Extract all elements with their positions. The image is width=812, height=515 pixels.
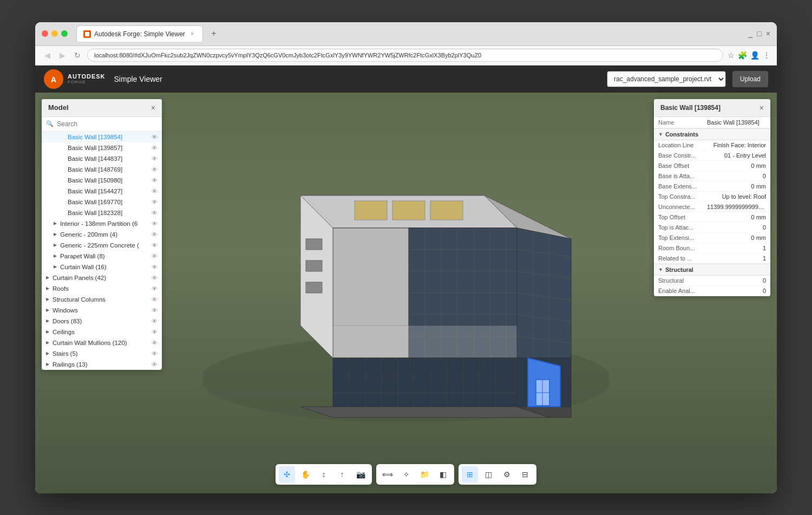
prop-row-key: Top Extensi... [658,234,707,241]
visibility-icon[interactable]: 👁 [152,350,158,357]
tree-item[interactable]: Basic Wall [169770]👁 [42,197,162,207]
tree-arrow: ▶ [46,351,51,356]
active-tab[interactable]: Autodesk Forge: Simple Viewer × [76,25,203,42]
title-bar: Autodesk Forge: Simple Viewer × + ⎯ □ × [35,22,777,46]
toolbar-btn-open[interactable]: 📁 [416,466,433,483]
forward-button[interactable]: ▶ [57,50,68,61]
toolbar-btn-select[interactable]: ✣ [279,466,295,483]
tree-item[interactable]: Basic Wall [182328]👁 [42,207,162,218]
toolbar-bottom: ✣✋↕↑📷 ⟺⟡📁◧ ⊞◫⚙⊟ [276,464,536,485]
visibility-icon[interactable]: 👁 [152,285,158,292]
tree-item-label: Stairs (5) [53,350,149,357]
search-bar: 🔍 [42,117,162,132]
close-button[interactable] [42,30,48,37]
profile-icon[interactable]: 👤 [750,51,759,60]
tree-item[interactable]: Basic Wall [154427]👁 [42,186,162,197]
visibility-icon[interactable]: 👁 [152,275,158,281]
tree-item-label: Curtain Wall (16) [60,264,149,270]
visibility-icon[interactable]: 👁 [152,155,158,162]
tree-item[interactable]: ▶Generic - 225mm Concrete (👁 [42,240,162,251]
tab-close-button[interactable]: × [188,30,196,38]
window-max-btn[interactable]: □ [757,29,761,38]
prop-row-value: 1 [707,255,766,262]
tree-item[interactable]: Basic Wall [150980]👁 [42,175,162,186]
visibility-icon[interactable]: 👁 [152,220,158,227]
minimize-button[interactable] [51,30,58,37]
tree-item-label: Curtain Wall Mullions (120) [53,340,149,346]
tree-item[interactable]: ▶Railings (13)👁 [42,359,162,370]
visibility-icon[interactable]: 👁 [152,296,158,303]
toolbar-btn-orbit[interactable]: ↕ [316,466,332,483]
prop-row: Base Constr...01 - Entry Level [654,151,770,161]
tree-item[interactable]: ▶Curtain Panels (42)👁 [42,272,162,283]
toolbar-btn-split[interactable]: ⊟ [517,466,533,483]
visibility-icon[interactable]: 👁 [152,264,158,270]
upload-button[interactable]: Upload [732,71,768,87]
file-select[interactable]: rac_advanced_sample_project.rvt [607,71,726,87]
tree-arrow: ▶ [46,362,51,367]
tree-item[interactable]: ▶Doors (83)👁 [42,316,162,327]
toolbar-btn-section[interactable]: ◫ [480,466,496,483]
window-close-btn[interactable]: × [766,29,770,38]
tree-item[interactable]: ▶Roofs👁 [42,283,162,294]
prop-section[interactable]: ▼Constraints [654,128,770,140]
prop-row-value: 0 mm [707,234,766,241]
visibility-icon[interactable]: 👁 [152,188,158,194]
maximize-button[interactable] [61,30,68,37]
tree-item-label: Structural Columns [53,296,149,303]
visibility-icon[interactable]: 👁 [152,210,158,216]
toolbar-btn-explode[interactable]: ⟡ [398,466,414,483]
tree-item[interactable]: ▶Parapet Wall (8)👁 [42,251,162,262]
visibility-icon[interactable]: 👁 [152,242,158,249]
search-input[interactable] [57,120,158,128]
props-close-button[interactable]: × [759,103,764,112]
visibility-icon[interactable]: 👁 [152,231,158,238]
panel-close-button[interactable]: × [151,103,155,112]
tree-item[interactable]: ▶Ceilings👁 [42,327,162,337]
toolbar-btn-model[interactable]: ◧ [435,466,451,483]
toolbar-btn-grid[interactable]: ⊞ [462,466,478,483]
tree-item-label: Railings (13) [53,361,149,368]
toolbar-btn-camera[interactable]: 📷 [352,466,369,483]
tree-item[interactable]: ▶Structural Columns👁 [42,294,162,305]
back-button[interactable]: ◀ [42,50,53,61]
tree-item[interactable]: Basic Wall [148769]👁 [42,164,162,175]
toolbar-btn-walk[interactable]: ↑ [334,466,350,483]
tree-item[interactable]: Basic Wall [139854]👁 [42,132,162,142]
tree-item-label: Basic Wall [144837] [68,155,149,162]
section-arrow: ▼ [658,132,663,137]
visibility-icon[interactable]: 👁 [152,340,158,346]
url-bar[interactable]: localhost:8080/#dXJuOmFkc2sub2JqZWN0czpv… [87,49,723,62]
viewport[interactable]: FRONT RIGHT Model × 🔍 Basic Wall [139854… [35,93,777,493]
tree-item[interactable]: Basic Wall [144837]👁 [42,153,162,164]
tree-item[interactable]: ▶Generic - 200mm (4)👁 [42,229,162,240]
tree-item[interactable]: ▶Stairs (5)👁 [42,348,162,359]
visibility-icon[interactable]: 👁 [152,199,158,205]
visibility-icon[interactable]: 👁 [152,318,158,324]
visibility-icon[interactable]: 👁 [152,361,158,368]
visibility-icon[interactable]: 👁 [152,134,158,140]
new-tab-button[interactable]: + [207,27,220,40]
visibility-icon[interactable]: 👁 [152,329,158,335]
toolbar-btn-settings[interactable]: ⚙ [499,466,515,483]
toolbar-btn-pan[interactable]: ✋ [297,466,313,483]
tree-item[interactable]: ▶Curtain Wall Mullions (120)👁 [42,337,162,348]
visibility-icon[interactable]: 👁 [152,166,158,173]
tree-item[interactable]: ▶Windows👁 [42,305,162,316]
prop-section[interactable]: ▼Structural [654,264,770,276]
toolbar-btn-measure[interactable]: ⟺ [379,466,396,483]
url-text: localhost:8080/#dXJuOmFkc2sub2JqZWN0czpv… [94,52,481,58]
extensions-icon[interactable]: 🧩 [738,51,747,60]
window-min-btn[interactable]: ⎯ [748,29,752,38]
visibility-icon[interactable]: 👁 [152,177,158,184]
more-menu-icon[interactable]: ⋮ [763,51,770,60]
visibility-icon[interactable]: 👁 [152,307,158,314]
visibility-icon[interactable]: 👁 [152,253,158,259]
tree-item[interactable]: ▶Curtain Wall (16)👁 [42,262,162,272]
prop-row-value: 0 mm [707,183,766,190]
bookmark-icon[interactable]: ☆ [728,51,735,60]
tree-item[interactable]: Basic Wall [139857]👁 [42,142,162,153]
reload-button[interactable]: ↻ [72,50,83,61]
tree-item[interactable]: ▶Interior - 138mm Partition (6👁 [42,218,162,229]
visibility-icon[interactable]: 👁 [152,145,158,151]
